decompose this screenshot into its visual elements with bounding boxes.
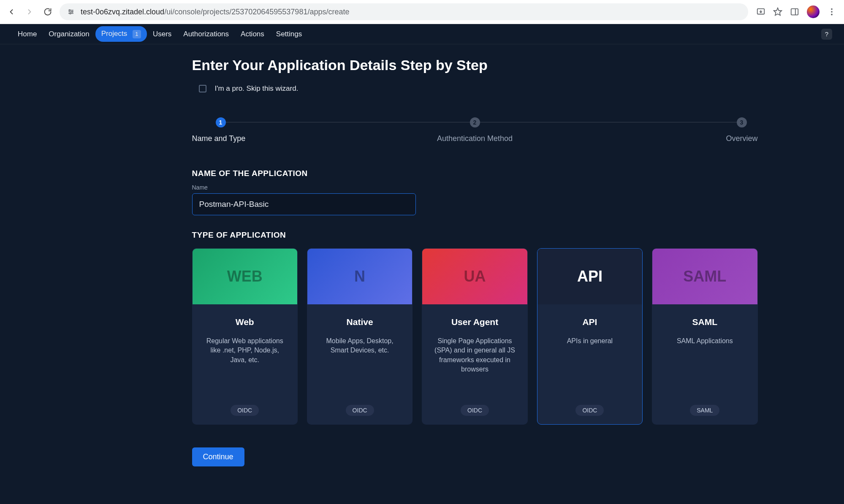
profile-avatar[interactable] xyxy=(807,5,820,18)
nav-projects[interactable]: Projects 1 xyxy=(95,26,147,42)
address-bar[interactable]: test-0o6zvq.zitadel.cloud/ui/console/pro… xyxy=(60,3,748,20)
step-2-dot[interactable]: 2 xyxy=(470,117,480,127)
url-text: test-0o6zvq.zitadel.cloud/ui/console/pro… xyxy=(81,8,349,16)
card-native-tag: OIDC xyxy=(346,405,374,416)
step-3-label: Overview xyxy=(726,134,757,143)
nav-projects-badge: 1 xyxy=(133,30,141,38)
svg-marker-8 xyxy=(774,8,782,15)
app-type-cards: WEB Web Regular Web applications like .n… xyxy=(192,248,758,425)
back-button[interactable] xyxy=(5,5,18,18)
card-ua-head: UA xyxy=(422,249,527,304)
card-saml-title: SAML xyxy=(692,317,718,327)
card-web-desc: Regular Web applications like .net, PHP,… xyxy=(202,336,288,405)
app-nav: Home Organization Projects 1 Users Autho… xyxy=(0,24,844,44)
card-web-tag: OIDC xyxy=(231,405,259,416)
section-type-heading: TYPE OF APPLICATION xyxy=(192,230,758,240)
site-tune-icon xyxy=(67,8,75,16)
card-saml[interactable]: SAML SAML SAML Applications SAML xyxy=(652,248,757,425)
card-native[interactable]: N Native Mobile Apps, Desktop, Smart Dev… xyxy=(307,248,413,425)
stepper: 1 2 3 Name and Type Authentication Metho… xyxy=(192,116,758,149)
card-api[interactable]: API API APIs in general OIDC xyxy=(537,248,643,425)
card-api-desc: APIs in general xyxy=(567,336,613,405)
step-3-dot[interactable]: 3 xyxy=(737,117,747,127)
card-native-head: N xyxy=(307,249,412,304)
svg-point-3 xyxy=(69,10,71,11)
kebab-menu-icon[interactable] xyxy=(827,7,836,16)
page-title: Enter Your Application Details Step by S… xyxy=(192,57,758,73)
card-api-tag: OIDC xyxy=(575,405,604,416)
svg-point-5 xyxy=(70,13,71,14)
svg-point-12 xyxy=(831,11,833,13)
nav-users[interactable]: Users xyxy=(147,27,177,42)
card-native-title: Native xyxy=(347,317,373,327)
forward-button[interactable] xyxy=(23,5,36,18)
install-icon[interactable] xyxy=(756,7,765,16)
star-icon[interactable] xyxy=(773,7,782,16)
card-saml-head: SAML xyxy=(652,249,757,304)
card-saml-tag: SAML xyxy=(690,405,719,416)
panel-icon[interactable] xyxy=(790,7,799,16)
help-button[interactable]: ? xyxy=(821,29,832,40)
section-name-heading: NAME OF THE APPLICATION xyxy=(192,169,758,178)
nav-settings[interactable]: Settings xyxy=(270,27,308,42)
step-2-label: Authentication Method xyxy=(437,134,513,143)
svg-point-4 xyxy=(72,11,73,13)
skip-wizard-label: I'm a pro. Skip this wizard. xyxy=(215,84,299,93)
nav-organization[interactable]: Organization xyxy=(43,27,95,42)
nav-home[interactable]: Home xyxy=(12,27,43,42)
reload-button[interactable] xyxy=(41,5,54,18)
step-1-label: Name and Type xyxy=(192,134,246,143)
card-ua-desc: Single Page Applications (SPA) and in ge… xyxy=(431,336,518,405)
nav-authorizations[interactable]: Authorizations xyxy=(177,27,235,42)
card-ua-title: User Agent xyxy=(451,317,498,327)
svg-point-13 xyxy=(831,14,833,16)
card-web[interactable]: WEB Web Regular Web applications like .n… xyxy=(192,248,298,425)
step-1-dot[interactable]: 1 xyxy=(216,117,226,127)
svg-rect-9 xyxy=(791,9,798,15)
name-field-label: Name xyxy=(192,184,758,191)
nav-actions[interactable]: Actions xyxy=(235,27,270,42)
card-ua-tag: OIDC xyxy=(461,405,489,416)
card-web-title: Web xyxy=(236,317,254,327)
browser-toolbar: test-0o6zvq.zitadel.cloud/ui/console/pro… xyxy=(0,0,844,24)
card-web-head: WEB xyxy=(193,249,297,304)
card-native-desc: Mobile Apps, Desktop, Smart Devices, etc… xyxy=(317,336,403,405)
skip-wizard-checkbox[interactable] xyxy=(199,85,206,92)
card-saml-desc: SAML Applications xyxy=(677,336,733,405)
card-api-head: API xyxy=(537,249,642,304)
card-api-title: API xyxy=(582,317,597,327)
nav-projects-label: Projects xyxy=(101,30,127,38)
continue-button[interactable]: Continue xyxy=(192,447,244,466)
svg-point-11 xyxy=(831,8,833,10)
card-user-agent[interactable]: UA User Agent Single Page Applications (… xyxy=(422,248,527,425)
app-name-input[interactable] xyxy=(192,193,416,215)
